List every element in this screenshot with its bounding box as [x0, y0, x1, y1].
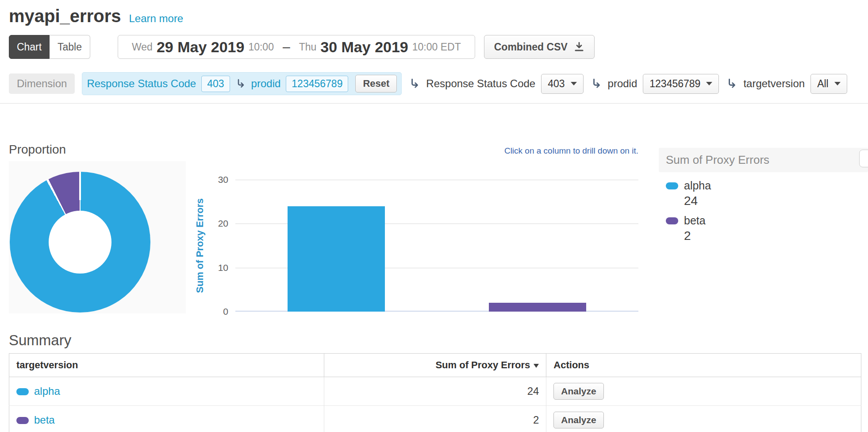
view-toggle: Chart Table — [9, 35, 90, 59]
table-row: beta2Analyze — [9, 406, 861, 432]
legend-item-alpha[interactable]: alpha24 — [666, 179, 868, 208]
metric-value-cell: 2 — [324, 406, 546, 432]
chevron-down-icon — [706, 82, 712, 85]
date-end-day: Thu — [299, 41, 317, 53]
combined-csv-label: Combined CSV — [494, 41, 568, 53]
legend-value: 2 — [684, 229, 868, 243]
y-axis-tick-label: 0 — [210, 306, 228, 317]
drilldown-group-targetversion: targetversion All — [726, 74, 847, 94]
reset-button[interactable]: Reset — [355, 75, 397, 93]
charts-section: Proportion Click on a column to drill do… — [0, 104, 868, 332]
drilldown-group-prodid: prodid 123456789 — [591, 74, 719, 94]
y-axis-tick-label: 30 — [210, 174, 228, 185]
filter-row: Dimension Response Status Code 403 prodi… — [9, 72, 868, 95]
table-row: alpha24Analyze — [9, 377, 861, 406]
date-start-time: 10:00 — [248, 41, 274, 53]
date-separator: – — [283, 39, 290, 54]
analyze-button[interactable]: Analyze — [553, 412, 603, 428]
column-header-targetversion[interactable]: targetversion — [9, 354, 324, 377]
legend-swatch — [666, 182, 678, 189]
metric-value-cell: 24 — [324, 377, 546, 406]
name-cell: beta — [9, 406, 324, 432]
date-end-date: 30 May 2019 — [320, 39, 408, 56]
y-axis-tick-label: 20 — [210, 218, 228, 229]
legend-value: 24 — [684, 194, 868, 208]
dimension-value-link[interactable]: alpha — [34, 385, 60, 397]
legend-item-beta[interactable]: beta2 — [666, 214, 868, 243]
drilldown-arrow-icon — [591, 78, 602, 89]
learn-more-link[interactable]: Learn more — [129, 12, 183, 25]
drilldown-label: Response Status Code — [426, 77, 535, 90]
filter-breadcrumb: Response Status Code 403 prodid 12345678… — [82, 72, 402, 95]
download-icon — [574, 42, 584, 52]
targetversion-dropdown[interactable]: All — [810, 74, 847, 94]
breadcrumb-filter-value[interactable]: 403 — [201, 76, 230, 92]
chevron-down-icon — [834, 82, 841, 85]
column-header-label: Sum of Proxy Errors — [435, 359, 530, 370]
drilldown-hint: Click on a column to drill down on it. — [235, 146, 638, 156]
page-title: myapi_errors — [9, 6, 121, 26]
donut-chart[interactable] — [10, 172, 150, 312]
tab-chart[interactable]: Chart — [9, 35, 50, 59]
donut-hole — [49, 211, 111, 274]
dimension-label: Dimension — [9, 73, 75, 94]
table-header-row: targetversion Sum of Proxy Errors Action… — [9, 354, 861, 377]
actions-cell: Analyze — [546, 377, 861, 406]
drilldown-group-status-code: Response Status Code 403 — [409, 74, 583, 94]
chart-legend: Sum of Proxy Errors alpha24beta2 — [659, 148, 868, 249]
sort-desc-icon — [534, 364, 539, 368]
bar-column-alpha[interactable] — [288, 206, 385, 312]
combined-csv-button[interactable]: Combined CSV — [484, 35, 595, 59]
gridline — [235, 180, 638, 180]
column-header-sum[interactable]: Sum of Proxy Errors — [324, 354, 546, 377]
drilldown-arrow-icon — [726, 78, 737, 89]
report-header: myapi_errors Learn more — [0, 0, 868, 26]
name-cell: alpha — [9, 377, 324, 406]
bar-plot: 0102030 — [235, 180, 638, 312]
actions-cell: Analyze — [546, 406, 861, 432]
drilldown-label: targetversion — [743, 77, 805, 90]
breadcrumb-filter-label: Response Status Code — [87, 77, 196, 90]
dimension-value-link[interactable]: beta — [34, 414, 55, 426]
legend-title: Sum of Proxy Errors — [659, 148, 868, 172]
edge-panel-button[interactable] — [859, 150, 868, 167]
chevron-down-icon — [571, 82, 577, 85]
date-start-date: 29 May 2019 — [157, 39, 245, 56]
series-swatch — [16, 388, 29, 395]
dropdown-value: 403 — [548, 78, 565, 90]
date-range-picker[interactable]: Wed 29 May 2019 10:00 – Thu 30 May 2019 … — [118, 35, 475, 59]
breadcrumb-filter-label: prodid — [251, 77, 281, 90]
tab-table[interactable]: Table — [50, 35, 90, 59]
drilldown-arrow-icon — [409, 78, 420, 89]
series-swatch — [16, 417, 29, 424]
drilldown-label: prodid — [608, 77, 638, 90]
prodid-dropdown[interactable]: 123456789 — [643, 74, 719, 94]
legend-swatch — [666, 217, 678, 224]
status-code-dropdown[interactable]: 403 — [541, 74, 583, 94]
y-axis-title: Sum of Proxy Errors — [194, 198, 206, 293]
legend-label: alpha — [684, 179, 711, 192]
y-axis-tick-label: 10 — [210, 262, 228, 273]
date-end-time: 10:00 EDT — [412, 41, 461, 53]
date-start-day: Wed — [132, 41, 153, 53]
bar-column-beta[interactable] — [489, 303, 586, 312]
analyze-button[interactable]: Analyze — [553, 383, 603, 400]
dropdown-value: All — [817, 78, 829, 90]
drilldown-arrow-icon — [235, 78, 246, 89]
dropdown-value: 123456789 — [649, 78, 700, 90]
proportion-title: Proportion — [9, 143, 66, 157]
toolbar: Chart Table Wed 29 May 2019 10:00 – Thu … — [9, 35, 868, 59]
legend-items: alpha24beta2 — [659, 172, 868, 243]
breadcrumb-filter-value[interactable]: 123456789 — [286, 76, 348, 92]
summary-table: targetversion Sum of Proxy Errors Action… — [9, 353, 861, 432]
summary-title: Summary — [9, 332, 868, 349]
legend-label: beta — [684, 214, 706, 227]
column-header-actions: Actions — [546, 354, 861, 377]
summary-table-body: alpha24Analyzebeta2Analyze — [9, 377, 861, 432]
